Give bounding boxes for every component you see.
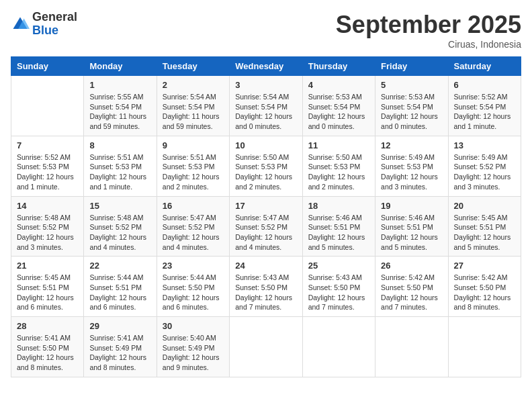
week-row-3: 14Sunrise: 5:48 AM Sunset: 5:52 PM Dayli… [11, 196, 521, 257]
calendar-cell: 23Sunrise: 5:44 AM Sunset: 5:50 PM Dayli… [157, 257, 229, 317]
logo: General Blue [11, 11, 77, 38]
day-number: 8 [89, 140, 150, 150]
title-section: September 2025 Ciruas, Indonesia [336, 11, 521, 50]
calendar-cell: 5Sunrise: 5:53 AM Sunset: 5:54 PM Daylig… [375, 76, 448, 136]
day-info: Sunrise: 5:54 AM Sunset: 5:54 PM Dayligh… [235, 92, 296, 132]
day-info: Sunrise: 5:54 AM Sunset: 5:54 PM Dayligh… [163, 92, 224, 132]
day-number: 6 [454, 80, 515, 90]
calendar-cell: 24Sunrise: 5:43 AM Sunset: 5:50 PM Dayli… [230, 257, 302, 317]
calendar-cell: 26Sunrise: 5:42 AM Sunset: 5:50 PM Dayli… [375, 257, 448, 317]
day-number: 4 [308, 80, 369, 90]
day-info: Sunrise: 5:52 AM Sunset: 5:53 PM Dayligh… [17, 152, 78, 192]
day-number: 27 [454, 261, 515, 271]
calendar-cell: 4Sunrise: 5:53 AM Sunset: 5:54 PM Daylig… [302, 76, 375, 136]
week-row-2: 7Sunrise: 5:52 AM Sunset: 5:53 PM Daylig… [11, 136, 521, 196]
calendar-cell [375, 317, 448, 377]
day-info: Sunrise: 5:45 AM Sunset: 5:51 PM Dayligh… [17, 273, 78, 312]
day-info: Sunrise: 5:46 AM Sunset: 5:51 PM Dayligh… [381, 213, 442, 253]
day-number: 26 [381, 261, 442, 271]
calendar-table: SundayMondayTuesdayWednesdayThursdayFrid… [11, 56, 521, 377]
month-title: September 2025 [336, 11, 521, 39]
calendar-cell: 3Sunrise: 5:54 AM Sunset: 5:54 PM Daylig… [230, 76, 302, 136]
day-info: Sunrise: 5:42 AM Sunset: 5:50 PM Dayligh… [454, 273, 515, 312]
day-info: Sunrise: 5:41 AM Sunset: 5:49 PM Dayligh… [89, 333, 150, 373]
day-info: Sunrise: 5:49 AM Sunset: 5:52 PM Dayligh… [454, 152, 515, 192]
day-info: Sunrise: 5:49 AM Sunset: 5:53 PM Dayligh… [381, 152, 442, 192]
page-header: General Blue September 2025 Ciruas, Indo… [11, 11, 521, 50]
day-info: Sunrise: 5:42 AM Sunset: 5:50 PM Dayligh… [381, 273, 442, 312]
day-number: 9 [163, 140, 224, 150]
logo-icon [11, 15, 30, 34]
calendar-cell: 9Sunrise: 5:51 AM Sunset: 5:53 PM Daylig… [157, 136, 229, 196]
day-info: Sunrise: 5:51 AM Sunset: 5:53 PM Dayligh… [89, 152, 150, 192]
days-of-week-row: SundayMondayTuesdayWednesdayThursdayFrid… [11, 57, 521, 76]
day-info: Sunrise: 5:50 AM Sunset: 5:53 PM Dayligh… [308, 152, 369, 192]
day-number: 22 [89, 261, 150, 271]
day-info: Sunrise: 5:46 AM Sunset: 5:51 PM Dayligh… [308, 213, 369, 253]
day-number: 5 [381, 80, 442, 90]
calendar-body: 1Sunrise: 5:55 AM Sunset: 5:54 PM Daylig… [11, 76, 521, 377]
calendar-cell: 8Sunrise: 5:51 AM Sunset: 5:53 PM Daylig… [84, 136, 157, 196]
day-of-week-wednesday: Wednesday [230, 57, 302, 76]
day-number: 28 [17, 321, 78, 331]
day-of-week-tuesday: Tuesday [157, 57, 229, 76]
week-row-1: 1Sunrise: 5:55 AM Sunset: 5:54 PM Daylig… [11, 76, 521, 136]
day-number: 21 [17, 261, 78, 271]
day-number: 13 [454, 140, 515, 150]
day-info: Sunrise: 5:48 AM Sunset: 5:52 PM Dayligh… [17, 213, 78, 253]
day-info: Sunrise: 5:44 AM Sunset: 5:50 PM Dayligh… [163, 273, 224, 312]
day-number: 24 [235, 261, 296, 271]
calendar-header: SundayMondayTuesdayWednesdayThursdayFrid… [11, 57, 521, 76]
day-info: Sunrise: 5:47 AM Sunset: 5:52 PM Dayligh… [163, 213, 224, 253]
day-number: 25 [308, 261, 369, 271]
day-info: Sunrise: 5:55 AM Sunset: 5:54 PM Dayligh… [89, 92, 150, 132]
day-number: 3 [235, 80, 296, 90]
calendar-cell: 2Sunrise: 5:54 AM Sunset: 5:54 PM Daylig… [157, 76, 229, 136]
calendar-cell: 29Sunrise: 5:41 AM Sunset: 5:49 PM Dayli… [84, 317, 157, 377]
day-number: 23 [163, 261, 224, 271]
calendar-cell: 22Sunrise: 5:44 AM Sunset: 5:51 PM Dayli… [84, 257, 157, 317]
calendar-cell: 20Sunrise: 5:45 AM Sunset: 5:51 PM Dayli… [448, 196, 521, 257]
week-row-4: 21Sunrise: 5:45 AM Sunset: 5:51 PM Dayli… [11, 257, 521, 317]
day-number: 20 [454, 201, 515, 211]
day-number: 10 [235, 140, 296, 150]
day-info: Sunrise: 5:44 AM Sunset: 5:51 PM Dayligh… [89, 273, 150, 312]
calendar-cell: 27Sunrise: 5:42 AM Sunset: 5:50 PM Dayli… [448, 257, 521, 317]
day-info: Sunrise: 5:43 AM Sunset: 5:50 PM Dayligh… [308, 273, 369, 312]
calendar-cell [448, 317, 521, 377]
calendar-cell [230, 317, 302, 377]
day-info: Sunrise: 5:47 AM Sunset: 5:52 PM Dayligh… [235, 213, 296, 253]
day-number: 2 [163, 80, 224, 90]
calendar-cell: 13Sunrise: 5:49 AM Sunset: 5:52 PM Dayli… [448, 136, 521, 196]
day-info: Sunrise: 5:48 AM Sunset: 5:52 PM Dayligh… [89, 213, 150, 253]
day-number: 19 [381, 201, 442, 211]
day-info: Sunrise: 5:53 AM Sunset: 5:54 PM Dayligh… [381, 92, 442, 132]
day-number: 29 [89, 321, 150, 331]
calendar-cell: 17Sunrise: 5:47 AM Sunset: 5:52 PM Dayli… [230, 196, 302, 257]
calendar-cell: 30Sunrise: 5:40 AM Sunset: 5:49 PM Dayli… [157, 317, 229, 377]
day-number: 14 [17, 201, 78, 211]
calendar-cell: 18Sunrise: 5:46 AM Sunset: 5:51 PM Dayli… [302, 196, 375, 257]
calendar-cell: 10Sunrise: 5:50 AM Sunset: 5:53 PM Dayli… [230, 136, 302, 196]
day-info: Sunrise: 5:52 AM Sunset: 5:54 PM Dayligh… [454, 92, 515, 132]
calendar-cell: 28Sunrise: 5:41 AM Sunset: 5:50 PM Dayli… [11, 317, 84, 377]
day-number: 1 [89, 80, 150, 90]
calendar-cell: 11Sunrise: 5:50 AM Sunset: 5:53 PM Dayli… [302, 136, 375, 196]
day-number: 16 [163, 201, 224, 211]
day-number: 12 [381, 140, 442, 150]
day-info: Sunrise: 5:53 AM Sunset: 5:54 PM Dayligh… [308, 92, 369, 132]
day-number: 18 [308, 201, 369, 211]
day-of-week-friday: Friday [375, 57, 448, 76]
day-info: Sunrise: 5:41 AM Sunset: 5:50 PM Dayligh… [17, 333, 78, 373]
day-of-week-saturday: Saturday [448, 57, 521, 76]
calendar-cell: 15Sunrise: 5:48 AM Sunset: 5:52 PM Dayli… [84, 196, 157, 257]
calendar-cell: 16Sunrise: 5:47 AM Sunset: 5:52 PM Dayli… [157, 196, 229, 257]
day-info: Sunrise: 5:50 AM Sunset: 5:53 PM Dayligh… [235, 152, 296, 192]
calendar-cell: 19Sunrise: 5:46 AM Sunset: 5:51 PM Dayli… [375, 196, 448, 257]
day-number: 7 [17, 140, 78, 150]
day-of-week-sunday: Sunday [11, 57, 84, 76]
calendar-cell: 25Sunrise: 5:43 AM Sunset: 5:50 PM Dayli… [302, 257, 375, 317]
day-of-week-monday: Monday [84, 57, 157, 76]
day-of-week-thursday: Thursday [302, 57, 375, 76]
logo-text: General Blue [32, 11, 77, 38]
